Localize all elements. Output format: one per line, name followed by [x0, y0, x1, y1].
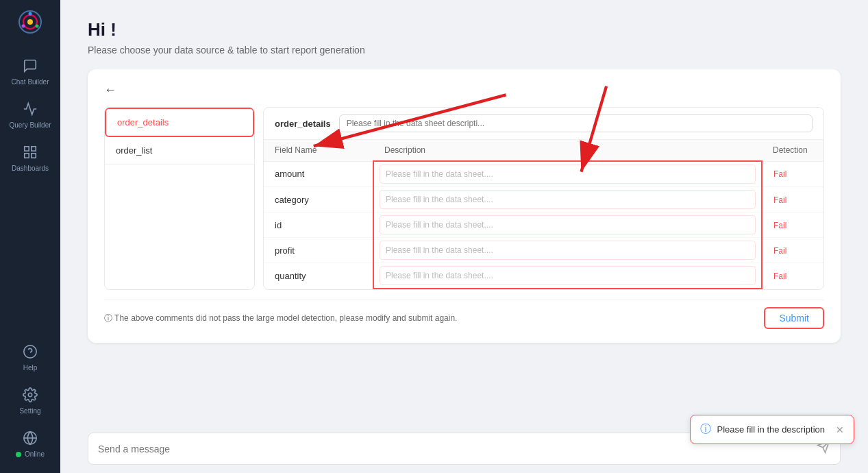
description-cell [373, 213, 762, 238]
svg-point-12 [28, 393, 32, 397]
table-row: quantity Fail [264, 263, 823, 289]
sidebar-label-query-builder: Query Builder [9, 121, 51, 129]
table-item-label: order_details [117, 117, 169, 128]
submit-button[interactable]: Submit [764, 307, 824, 329]
detection-status-amount: Fail [773, 169, 786, 179]
chat-icon [21, 56, 40, 75]
sidebar: Chat Builder Query Builder Dashboards [0, 0, 60, 473]
info-icon: ⓘ [700, 422, 711, 437]
right-panel: order_details Field Name Description Det… [263, 107, 824, 290]
sidebar-item-query-builder[interactable]: Query Builder [0, 93, 60, 136]
svg-point-10 [24, 345, 36, 358]
subtitle-text: Please choose your data source & table t… [88, 45, 841, 56]
svg-rect-7 [32, 147, 36, 151]
globe-icon [21, 428, 40, 448]
gear-icon [21, 385, 40, 404]
sidebar-item-setting[interactable]: Setting [0, 378, 60, 422]
card-content: order_details order_list order_details [104, 107, 824, 290]
description-input-id[interactable] [380, 215, 756, 234]
description-input-amount[interactable] [380, 165, 756, 184]
field-name-cell: id [264, 213, 373, 238]
detection-cell: Fail [762, 161, 823, 187]
svg-point-5 [22, 25, 25, 28]
description-cell [373, 161, 762, 187]
detection-status-profit: Fail [773, 246, 786, 256]
back-arrow-icon: ← [104, 83, 116, 97]
table-item-order-details[interactable]: order_details [105, 108, 254, 137]
svg-point-3 [29, 12, 32, 16]
svg-point-4 [36, 25, 39, 28]
field-name-cell: quantity [264, 263, 373, 289]
detection-status-quantity: Fail [773, 271, 786, 281]
detection-status-category: Fail [773, 195, 786, 205]
help-icon [21, 342, 40, 361]
sidebar-label-dashboards: Dashboards [12, 165, 49, 172]
description-input-category[interactable] [380, 190, 756, 209]
svg-rect-6 [25, 147, 29, 151]
field-name-cell: amount [264, 161, 373, 187]
sidebar-bottom: Help Setting Online [0, 335, 60, 465]
description-cell [373, 263, 762, 289]
svg-rect-9 [32, 154, 36, 158]
fields-table: Field Name Description Detection amount … [264, 140, 823, 289]
table-item-order-list[interactable]: order_list [105, 137, 254, 165]
app-logo [16, 8, 44, 36]
description-cell [373, 187, 762, 213]
detection-cell: Fail [762, 238, 823, 263]
detection-cell: Fail [762, 187, 823, 213]
detection-cell: Fail [762, 213, 823, 238]
card-area: ← order_details order_list order_details [60, 69, 868, 424]
warning-text: ⓘ The above comments did not pass the la… [104, 313, 457, 324]
tooltip-popup: ⓘ Please fill in the description ✕ [690, 415, 854, 444]
dashboard-icon [21, 143, 40, 162]
chat-input[interactable] [98, 444, 817, 454]
table-row: profit Fail [264, 238, 823, 263]
card-bottom: ⓘ The above comments did not pass the la… [104, 300, 824, 329]
right-panel-header: order_details [264, 108, 823, 140]
svg-point-2 [27, 19, 33, 25]
description-input-quantity[interactable] [380, 266, 756, 285]
field-name-cell: profit [264, 238, 373, 263]
main-card: ← order_details order_list order_details [88, 69, 841, 343]
description-input-profit[interactable] [380, 241, 756, 260]
svg-rect-8 [25, 154, 29, 158]
description-cell [373, 238, 762, 263]
table-row: category Fail [264, 187, 823, 213]
col-field-name: Field Name [264, 140, 373, 161]
detection-cell: Fail [762, 263, 823, 289]
table-row: amount Fail [264, 161, 823, 187]
table-list-panel: order_details order_list [104, 107, 255, 290]
tooltip-close-button[interactable]: ✕ [836, 424, 844, 435]
greeting-text: Hi ! [88, 19, 841, 40]
back-button[interactable]: ← [104, 83, 116, 97]
sidebar-item-dashboards[interactable]: Dashboards [0, 136, 60, 179]
chart-icon [21, 99, 40, 119]
col-description: Description [373, 140, 762, 161]
main-content: Hi ! Please choose your data source & ta… [60, 0, 868, 473]
table-row: id Fail [264, 213, 823, 238]
top-area: Hi ! Please choose your data source & ta… [60, 0, 868, 69]
table-description-input[interactable] [339, 114, 813, 132]
sidebar-label-setting: Setting [19, 407, 40, 415]
table-item-label: order_list [116, 145, 152, 156]
sidebar-label-chat-builder: Chat Builder [11, 78, 49, 86]
sidebar-item-help[interactable]: Help [0, 335, 60, 378]
sidebar-item-chat-builder[interactable]: Chat Builder [0, 49, 60, 93]
sidebar-label-online: Online [25, 450, 45, 458]
sidebar-item-online[interactable]: Online [0, 422, 60, 465]
col-detection: Detection [762, 140, 823, 161]
field-name-cell: category [264, 187, 373, 213]
online-dot [16, 452, 21, 457]
sidebar-label-help: Help [23, 364, 38, 372]
detection-status-id: Fail [773, 221, 786, 230]
tooltip-message: Please fill in the description [717, 424, 825, 435]
right-panel-table-name: order_details [275, 119, 331, 129]
